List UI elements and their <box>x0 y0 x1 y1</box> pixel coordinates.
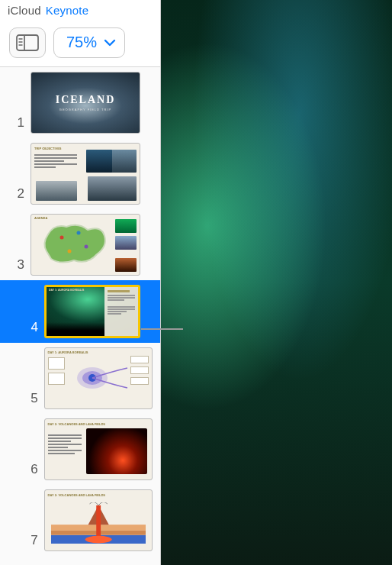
zoom-level-label: 75% <box>66 34 97 51</box>
slide-number: 3 <box>18 257 24 273</box>
svg-point-6 <box>60 236 64 240</box>
slide-canvas[interactable] <box>161 0 392 565</box>
navigator-view-icon <box>16 34 39 52</box>
toolbar: 75% <box>0 18 160 67</box>
slide-row[interactable]: 4 DAY 1: AURORA BOREALIS <box>0 280 160 343</box>
map-illustration-icon <box>40 221 109 268</box>
slide-background <box>161 0 392 565</box>
slide-thumbnail[interactable]: DAY 2: VOLCANOES AND LAVA FIELDS <box>44 489 153 551</box>
svg-rect-17 <box>96 505 101 540</box>
slide-row[interactable]: 2 TRIP OBJECTIVES <box>0 138 160 209</box>
app-root: iCloud Keynote 75% <box>0 0 392 565</box>
slide-row[interactable]: 1 ICELAND GEOGRAPHY FIELD TRIP <box>0 67 160 138</box>
svg-point-8 <box>68 250 72 253</box>
slide-number: 5 <box>31 391 37 406</box>
view-options-button[interactable] <box>9 27 46 58</box>
slide-heading-text: DAY 1: AURORA BOREALIS <box>49 289 84 292</box>
slide-heading-text: DAY 2: VOLCANOES AND LAVA FIELDS <box>48 493 105 497</box>
slide-thumbnail-list[interactable]: 1 ICELAND GEOGRAPHY FIELD TRIP 2 TRIP OB… <box>0 67 160 565</box>
slide-row[interactable]: 3 AGENDA <box>0 209 160 280</box>
slide-number: 6 <box>31 462 37 477</box>
app-group-label: iCloud <box>8 4 41 17</box>
slide-number: 7 <box>31 533 37 548</box>
slide-heading-text: TRIP OBJECTIVES <box>34 147 62 150</box>
svg-point-7 <box>77 231 81 235</box>
slide-heading-text: DAY 1: AURORA BOREALIS <box>48 350 88 354</box>
slide-thumbnail[interactable]: DAY 2: VOLCANOES AND LAVA FIELDS <box>44 418 153 480</box>
slide-number: 4 <box>31 320 38 335</box>
slide-thumbnail[interactable]: DAY 1: AURORA BOREALIS <box>44 285 140 338</box>
chevron-down-icon <box>103 36 117 50</box>
slide-row[interactable]: 5 DAY 1: AURORA BOREALIS <box>0 343 160 414</box>
slide-thumbnail[interactable]: TRIP OBJECTIVES <box>31 143 140 205</box>
svg-rect-0 <box>17 35 38 50</box>
slide-number: 2 <box>18 186 24 202</box>
slide-thumbnail[interactable]: AGENDA <box>31 214 140 276</box>
slide-heading-text: AGENDA <box>34 216 47 220</box>
slide-row[interactable]: 7 DAY 2: VOLCANOES AND LAVA FIELDS <box>0 485 160 556</box>
callout-leader-line <box>141 328 183 330</box>
app-title: iCloud Keynote <box>0 0 160 18</box>
slide-thumbnail[interactable]: ICELAND GEOGRAPHY FIELD TRIP <box>31 72 140 134</box>
slide-row[interactable]: 6 DAY 2: VOLCANOES AND LAVA FIELDS <box>0 414 160 485</box>
svg-point-18 <box>85 536 111 544</box>
slide-navigator-sidebar: iCloud Keynote 75% <box>0 0 161 565</box>
zoom-menu-button[interactable]: 75% <box>53 27 125 58</box>
app-name-label: Keynote <box>46 4 88 17</box>
magnetosphere-diagram-icon <box>76 365 129 391</box>
slide-heading-text: DAY 2: VOLCANOES AND LAVA FIELDS <box>48 422 105 426</box>
volcano-diagram-icon <box>51 502 146 544</box>
slide-number: 1 <box>18 115 24 131</box>
slide-subtitle-text: GEOGRAPHY FIELD TRIP <box>56 108 116 111</box>
slide-title-text: ICELAND <box>56 94 116 106</box>
slide-thumbnail[interactable]: DAY 1: AURORA BOREALIS <box>44 347 153 409</box>
svg-point-9 <box>85 245 88 249</box>
